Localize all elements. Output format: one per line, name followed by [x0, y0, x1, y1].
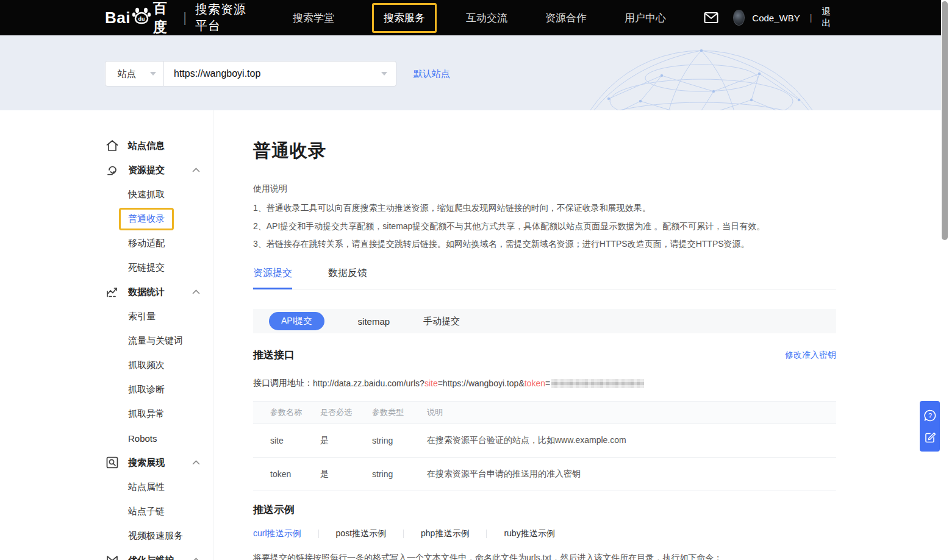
platform-title: 搜索资源平台 — [195, 1, 257, 34]
sidebar-item-normal-inclusion[interactable]: 普通收录 — [0, 207, 213, 231]
baidu-logo[interactable]: Bai du 百度 | 搜索资源平台 — [105, 0, 257, 37]
api-param-site: site — [424, 378, 438, 388]
col-header-description: 说明 — [427, 402, 836, 424]
api-address-label: 接口调用地址： — [253, 378, 313, 389]
feedback-icon[interactable] — [923, 430, 937, 444]
push-api-header-row: 推送接口 修改准入密钥 — [253, 348, 836, 362]
chevron-down-icon — [381, 72, 387, 76]
usage-item-3: 3、若链接存在跳转关系，请直接提交跳转后链接。如网站换域名，需提交新域名资源；进… — [253, 239, 836, 249]
scrollbar-track[interactable] — [941, 0, 949, 560]
nav-item-school[interactable]: 搜索学堂 — [293, 11, 334, 25]
svg-text:du: du — [138, 16, 145, 22]
divider — [486, 530, 487, 538]
site-url-value: https://wangboyi.top — [174, 68, 260, 79]
sidebar-item-site-info[interactable]: 站点信息 — [0, 133, 213, 158]
home-icon — [106, 140, 118, 152]
site-type-label: 站点 — [118, 68, 136, 80]
example-tab-post[interactable]: post推送示例 — [336, 528, 386, 539]
sidebar-item-traffic-keywords[interactable]: 流量与关键词 — [0, 328, 213, 353]
logo-separator: | — [183, 10, 187, 26]
usage-item-1: 1、普通收录工具可以向百度搜索主动推送资源，缩短爬虫发现网站链接的时间，不保证收… — [253, 204, 836, 213]
sidebar-item-site-attributes[interactable]: 站点属性 — [0, 475, 213, 499]
sidebar-item-quick-crawl[interactable]: 快速抓取 — [0, 182, 213, 207]
nav-item-search-service[interactable]: 搜索服务 — [372, 3, 437, 33]
example-tab-ruby[interactable]: ruby推送示例 — [504, 528, 554, 539]
usage-heading: 使用说明 — [253, 183, 836, 194]
svg-text:?: ? — [928, 412, 931, 419]
main-content: 普通收录 使用说明 1、普通收录工具可以向百度搜索主动推送资源，缩短爬虫发现网站… — [253, 110, 836, 560]
subtab-sitemap[interactable]: sitemap — [358, 316, 390, 327]
sidebar-item-index-volume[interactable]: 索引量 — [0, 304, 213, 328]
api-url-prefix: http://data.zz.baidu.com/urls? — [313, 378, 424, 388]
help-icon[interactable]: ? — [923, 409, 937, 422]
sidebar-item-crawl-exception[interactable]: 抓取异常 — [0, 402, 213, 426]
api-address-line: 接口调用地址： http://data.zz.baidu.com/urls?si… — [253, 378, 836, 389]
sidebar-item-crawl-diagnosis[interactable]: 抓取诊断 — [0, 377, 213, 402]
logout-button[interactable]: 退出 — [822, 6, 835, 29]
nav-item-cooperation[interactable]: 资源合作 — [545, 11, 587, 25]
sidebar-item-site-sublinks[interactable]: 站点子链 — [0, 499, 213, 523]
tab-data-feedback[interactable]: 数据反馈 — [328, 267, 367, 289]
chevron-up-icon[interactable] — [192, 460, 200, 465]
floating-helper-widget: ? — [920, 401, 940, 452]
example-tab-curl[interactable]: curl推送示例 — [253, 528, 301, 539]
page-title: 普通收录 — [253, 139, 836, 163]
username[interactable]: Code_WBY — [752, 13, 800, 23]
token-redacted-value — [551, 379, 644, 388]
push-example-tabs: curl推送示例 post推送示例 php推送示例 ruby推送示例 — [253, 528, 836, 539]
usage-item-2: 2、API提交和手动提交共享配额，sitemap提交配额不与其他方式共享，具体配… — [253, 222, 836, 231]
sidebar: 站点信息 资源提交 快速抓取 普通收录 移动适配 死链提交 — [0, 110, 213, 560]
param-table: 参数名称 是否必选 参数类型 说明 site 是 string 在搜索资源平台验… — [253, 401, 836, 491]
nav-menu: 搜索学堂 搜索服务 互动交流 资源合作 用户中心 — [293, 3, 704, 33]
logo-text-baidu: 百度 — [153, 0, 176, 37]
api-site-value: https://wangboyi.top — [443, 378, 519, 388]
sidebar-item-crawl-frequency[interactable]: 抓取频次 — [0, 353, 213, 377]
subtab-manual-submit[interactable]: 手动提交 — [423, 316, 460, 327]
sidebar-item-dead-link[interactable]: 死链提交 — [0, 255, 213, 280]
example-tab-php[interactable]: php推送示例 — [421, 528, 469, 539]
maintenance-icon — [106, 555, 118, 560]
navbar-user-area: Code_WBY | 退出 — [704, 6, 941, 29]
sidebar-item-data-statistics[interactable]: 数据统计 — [0, 280, 213, 304]
example-instruction: 将要提交的链接按照每行一条的格式写入一个文本文件中，命名此文件为urls.txt… — [253, 553, 836, 560]
baidu-paw-icon: du — [131, 5, 152, 28]
active-item-highlight-box[interactable]: 普通收录 — [119, 208, 174, 230]
default-site-link[interactable]: 默认站点 — [414, 61, 450, 87]
tab-resource-submit[interactable]: 资源提交 — [253, 267, 292, 289]
chevron-up-icon[interactable] — [192, 289, 200, 294]
chevron-up-icon[interactable] — [192, 558, 200, 560]
nav-item-user-center[interactable]: 用户中心 — [625, 11, 666, 25]
search-display-icon — [106, 456, 118, 469]
modify-access-key-link[interactable]: 修改准入密钥 — [785, 350, 836, 361]
chart-icon — [106, 286, 118, 298]
table-row: token 是 string 在搜索资源平台申请的推送用的准入密钥 — [253, 458, 836, 491]
divider — [403, 530, 404, 538]
api-param-token: token — [525, 378, 545, 388]
sidebar-item-mobile-adaptation[interactable]: 移动适配 — [0, 231, 213, 255]
sidebar-item-search-display[interactable]: 搜索展现 — [0, 450, 213, 475]
main-tabs: 资源提交 数据反馈 — [253, 267, 836, 289]
scrollbar-thumb[interactable] — [942, 1, 948, 240]
logo-text-bai: Bai — [105, 9, 131, 27]
col-header-param-name: 参数名称 — [253, 402, 320, 424]
subtab-api-submit[interactable]: API提交 — [269, 312, 324, 330]
mail-icon[interactable] — [704, 12, 718, 24]
top-navbar: Bai du 百度 | 搜索资源平台 搜索学堂 搜索服务 — [0, 0, 941, 35]
table-row: site 是 string 在搜索资源平台验证的站点，比如www.example… — [253, 424, 836, 458]
sidebar-item-robots[interactable]: Robots — [0, 426, 213, 450]
push-example-title: 推送示例 — [253, 503, 836, 517]
site-url-select[interactable]: https://wangboyi.top — [164, 61, 396, 87]
user-avatar[interactable] — [733, 10, 745, 26]
sidebar-item-resource-submit[interactable]: 资源提交 — [0, 158, 213, 182]
sidebar-item-video-service[interactable]: 视频极速服务 — [0, 523, 213, 548]
submit-resources-icon — [106, 164, 118, 176]
col-header-type: 参数类型 — [372, 402, 427, 424]
col-header-required: 是否必选 — [320, 402, 372, 424]
divider — [318, 530, 319, 538]
push-api-title: 推送接口 — [253, 348, 295, 362]
chevron-up-icon[interactable] — [192, 168, 200, 172]
site-type-select[interactable]: 站点 — [105, 61, 164, 87]
user-separator: | — [810, 13, 812, 23]
sidebar-item-optimization-maintenance[interactable]: 优化与维护 — [0, 548, 213, 560]
nav-item-interaction[interactable]: 互动交流 — [466, 11, 507, 25]
